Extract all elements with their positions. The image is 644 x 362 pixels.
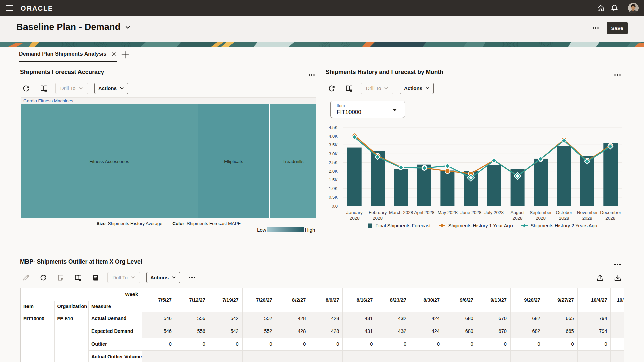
- value-cell[interactable]: 556: [175, 325, 209, 338]
- tab-demand-plan-shipments-analysis[interactable]: Demand Plan Shipments Analysis: [19, 47, 117, 62]
- value-cell[interactable]: 0: [477, 338, 510, 350]
- outlier-table-actions-button[interactable]: Actions: [146, 272, 180, 283]
- value-cell[interactable]: 424: [410, 325, 443, 338]
- row-header-measure[interactable]: Measure: [88, 301, 142, 312]
- outlier-table-overflow-menu[interactable]: [613, 261, 622, 268]
- value-cell[interactable]: [611, 338, 624, 350]
- tab-close-icon[interactable]: [111, 52, 116, 57]
- value-cell[interactable]: 542: [209, 325, 242, 338]
- plan-title-dropdown[interactable]: Baseline Plan - Demand: [16, 22, 130, 33]
- forecast-accuracy-drill-to-button[interactable]: Drill To: [55, 83, 88, 94]
- value-cell[interactable]: 0: [242, 338, 276, 350]
- bar-october-2028[interactable]: [557, 146, 571, 206]
- value-cell[interactable]: [611, 350, 624, 362]
- bar-september-2028[interactable]: [534, 159, 548, 206]
- week-column-header[interactable]: 7/26/27: [242, 288, 276, 312]
- value-cell[interactable]: 552: [242, 312, 276, 325]
- item-filter-combobox[interactable]: Item FIT10000: [330, 101, 405, 118]
- value-cell[interactable]: [276, 350, 309, 362]
- value-cell[interactable]: 0: [410, 338, 443, 350]
- value-cell[interactable]: 424: [410, 312, 443, 325]
- forecast-accuracy-actions-button[interactable]: Actions: [94, 83, 128, 94]
- outlier-table-note-icon[interactable]: [55, 272, 66, 283]
- history-forecast-chart[interactable]: 0.00.5K1.0K1.5K2.0K2.5K3.0K3.5K4.0K4.5KJ…: [322, 124, 627, 223]
- value-cell[interactable]: [443, 350, 477, 362]
- bar-january-2028[interactable]: [347, 148, 362, 206]
- history-forecast-overflow-menu[interactable]: [613, 71, 622, 79]
- week-column-header[interactable]: 10/11/27: [611, 288, 624, 312]
- forecast-accuracy-refresh-icon[interactable]: [20, 83, 32, 94]
- value-cell[interactable]: 0: [175, 338, 209, 350]
- value-cell[interactable]: 0: [577, 338, 611, 350]
- value-cell[interactable]: 431: [343, 325, 376, 338]
- outlier-table-more-icons-menu[interactable]: [187, 274, 197, 281]
- row-header-organization[interactable]: Organization: [54, 301, 88, 312]
- value-cell[interactable]: 794: [577, 312, 611, 325]
- organization-cell[interactable]: FE:510: [54, 312, 88, 362]
- value-cell[interactable]: 0: [376, 338, 410, 350]
- value-cell[interactable]: 670: [477, 312, 510, 325]
- value-cell[interactable]: [242, 350, 276, 362]
- bar-march-2028[interactable]: [394, 169, 408, 206]
- week-column-header[interactable]: 9/6/27: [443, 288, 477, 312]
- value-cell[interactable]: 432: [376, 325, 410, 338]
- week-column-header[interactable]: 10/4/27: [577, 288, 611, 312]
- value-cell[interactable]: [577, 350, 611, 362]
- outlier-table-drill-to-button[interactable]: Drill To: [107, 272, 140, 283]
- value-cell[interactable]: 0: [142, 338, 175, 350]
- history-forecast-drill-to-button[interactable]: Drill To: [361, 83, 393, 94]
- value-cell[interactable]: 552: [242, 325, 276, 338]
- value-cell[interactable]: 428: [276, 312, 309, 325]
- value-cell[interactable]: 665: [544, 312, 577, 325]
- week-column-header[interactable]: 7/19/27: [209, 288, 242, 312]
- value-cell[interactable]: 0: [544, 338, 577, 350]
- measure-name-cell[interactable]: Outlier: [88, 338, 142, 350]
- legend-item[interactable]: Shipments History 2 Years Ago: [521, 223, 597, 228]
- user-avatar[interactable]: [628, 3, 639, 13]
- value-cell[interactable]: 670: [477, 325, 510, 338]
- measure-name-cell[interactable]: Actual Outlier Volume: [88, 350, 142, 362]
- value-cell[interactable]: 0: [343, 338, 376, 350]
- value-cell[interactable]: 428: [309, 312, 343, 325]
- home-icon[interactable]: [596, 4, 605, 12]
- treemap-cell-fitness-accessories[interactable]: Fitness Accessories: [21, 104, 198, 218]
- save-button[interactable]: Save: [607, 22, 628, 34]
- treemap-group-header[interactable]: Cardio Fitness Machines: [21, 97, 316, 104]
- marker-circle[interactable]: [445, 169, 450, 174]
- week-column-header[interactable]: 7/12/27: [175, 288, 209, 312]
- value-cell[interactable]: 428: [276, 325, 309, 338]
- measure-name-cell[interactable]: Expected Demand: [88, 325, 142, 338]
- value-cell[interactable]: 0: [443, 338, 477, 350]
- outlier-table-edit-icon[interactable]: [20, 272, 32, 283]
- value-cell[interactable]: [611, 325, 624, 338]
- value-cell[interactable]: 0: [276, 338, 309, 350]
- value-cell[interactable]: 556: [175, 312, 209, 325]
- value-cell[interactable]: 682: [510, 312, 544, 325]
- week-column-header[interactable]: 9/27/27: [544, 288, 577, 312]
- hamburger-menu-icon[interactable]: [5, 4, 14, 12]
- week-column-header[interactable]: 7/5/27: [142, 288, 175, 312]
- week-column-header[interactable]: 8/30/27: [410, 288, 443, 312]
- treemap-cell-treadmills[interactable]: Treadmills: [270, 104, 316, 218]
- value-cell[interactable]: 542: [209, 312, 242, 325]
- add-tab-icon[interactable]: [121, 50, 129, 59]
- value-cell[interactable]: [611, 312, 624, 325]
- value-cell[interactable]: [175, 350, 209, 362]
- value-cell[interactable]: 0: [510, 338, 544, 350]
- value-cell[interactable]: 680: [443, 325, 477, 338]
- week-column-header[interactable]: 8/16/27: [343, 288, 376, 312]
- value-cell[interactable]: 665: [544, 325, 577, 338]
- value-cell[interactable]: 431: [343, 312, 376, 325]
- treemap-cell-ellipticals[interactable]: Ellipticals: [198, 104, 269, 218]
- outlier-table-refresh-icon[interactable]: [38, 272, 49, 283]
- outlier-table-upload-icon[interactable]: [594, 272, 606, 283]
- value-cell[interactable]: [376, 350, 410, 362]
- item-cell[interactable]: FIT10000: [21, 312, 54, 362]
- outlier-table-calculator-icon[interactable]: [90, 272, 101, 283]
- history-forecast-actions-button[interactable]: Actions: [400, 83, 434, 94]
- value-cell[interactable]: 682: [510, 325, 544, 338]
- outlier-table-view-data-icon[interactable]: [72, 272, 84, 283]
- value-cell[interactable]: 432: [376, 312, 410, 325]
- value-cell[interactable]: [477, 350, 510, 362]
- bar-july-2028[interactable]: [487, 165, 501, 206]
